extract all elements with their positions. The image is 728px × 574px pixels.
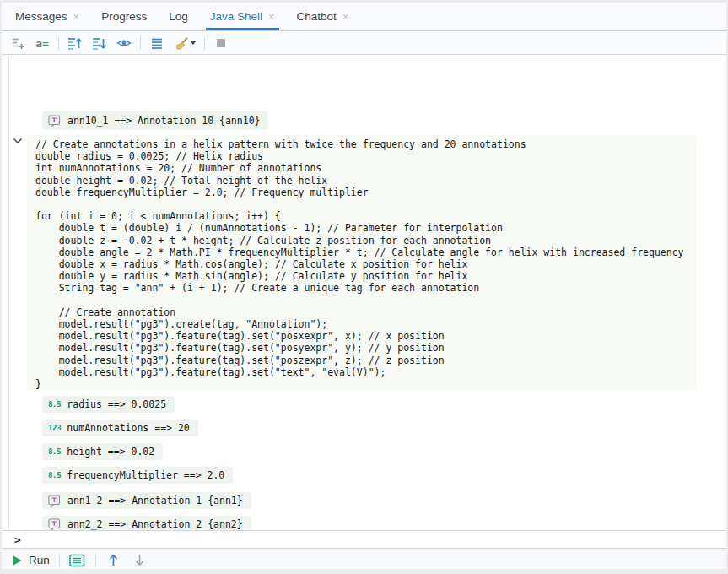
tab-label: Chatbot xyxy=(297,10,337,23)
annotation-icon xyxy=(48,495,62,507)
result-chip: 123 numAnnotations ==> 20 xyxy=(42,420,198,436)
prompt-symbol: > xyxy=(14,533,21,546)
result-text: frequencyMultiplier ==> 2.0 xyxy=(67,469,224,481)
result-chip: ann10_1 ==> Annotation 10 {ann10} xyxy=(42,111,268,130)
result-chip: 8.5 frequencyMultiplier ==> 2.0 xyxy=(42,467,233,484)
result-text: height ==> 0.02 xyxy=(67,446,154,458)
play-icon xyxy=(13,555,22,566)
tab-log[interactable]: Log xyxy=(169,3,188,30)
variable-display-icon[interactable] xyxy=(34,35,51,51)
double-type-icon: 8.5 xyxy=(48,471,61,479)
chevron-down-icon[interactable] xyxy=(13,138,23,144)
run-button-label: Run xyxy=(29,554,50,566)
annotation-icon xyxy=(48,115,62,127)
tab-chatbot[interactable]: Chatbot xyxy=(297,3,349,30)
int-type-icon: 123 xyxy=(48,424,61,432)
lines-down-icon[interactable] xyxy=(91,35,108,51)
tab-progress[interactable]: Progress xyxy=(101,3,147,30)
runbar-separator xyxy=(59,554,60,567)
java-shell-toolbar xyxy=(2,32,726,55)
console-view-icon[interactable] xyxy=(69,552,86,568)
result-text: ann2_2 ==> Annotation 2 {ann2} xyxy=(67,518,243,530)
runbar-separator xyxy=(95,554,96,567)
tab-label: Messages xyxy=(15,10,67,23)
command-input-line[interactable]: > xyxy=(2,530,726,549)
result-chip: ann1_2 ==> Annotation 1 {ann1} xyxy=(42,492,251,509)
close-icon[interactable] xyxy=(268,11,275,22)
history-down-icon[interactable] xyxy=(132,552,148,568)
lines-up-icon[interactable] xyxy=(67,35,84,51)
history-up-icon[interactable] xyxy=(105,552,122,568)
close-icon[interactable] xyxy=(73,11,80,22)
result-chip: 8.5 height ==> 0.02 xyxy=(42,443,163,460)
close-icon[interactable] xyxy=(342,11,349,22)
result-chip: 8.5 radius ==> 0.0025 xyxy=(42,396,175,413)
result-text: radius ==> 0.0025 xyxy=(67,398,166,410)
result-text: ann10_1 ==> Annotation 10 {ann10} xyxy=(67,115,260,127)
stop-icon[interactable] xyxy=(213,35,229,51)
console-output-area: ann10_1 ==> Annotation 10 {ann10} // Cre… xyxy=(2,56,726,530)
tab-label: Progress xyxy=(101,10,147,23)
result-text: numAnnotations ==> 20 xyxy=(67,422,189,434)
list-icon[interactable] xyxy=(148,35,165,51)
window-bottom-edge xyxy=(2,569,726,574)
result-text: ann1_2 ==> Annotation 1 {ann1} xyxy=(67,495,243,506)
toolbar-separator xyxy=(204,36,205,50)
run-button[interactable]: Run xyxy=(13,554,50,566)
tab-java-shell[interactable]: Java Shell xyxy=(210,3,275,30)
tab-messages[interactable]: Messages xyxy=(15,3,79,30)
eye-icon[interactable] xyxy=(116,35,132,51)
clear-broom-icon[interactable] xyxy=(173,35,197,51)
toolbar-separator xyxy=(140,36,141,50)
code-text: // Create annotations in a helix pattern… xyxy=(27,135,696,395)
double-type-icon: 8.5 xyxy=(48,400,61,409)
double-type-icon: 8.5 xyxy=(48,447,61,456)
run-bar: Run xyxy=(2,549,726,571)
tab-label: Java Shell xyxy=(210,10,262,23)
tab-label: Log xyxy=(169,10,188,23)
add-lines-icon[interactable] xyxy=(9,35,26,51)
toolbar-separator xyxy=(58,36,59,50)
tab-bar: Messages Progress Log Java Shell Chatbot xyxy=(2,3,726,31)
gutter-divider xyxy=(8,56,9,530)
annotation-icon xyxy=(48,518,62,531)
code-block[interactable]: // Create annotations in a helix pattern… xyxy=(27,135,696,391)
dropdown-caret-icon[interactable] xyxy=(191,41,196,45)
